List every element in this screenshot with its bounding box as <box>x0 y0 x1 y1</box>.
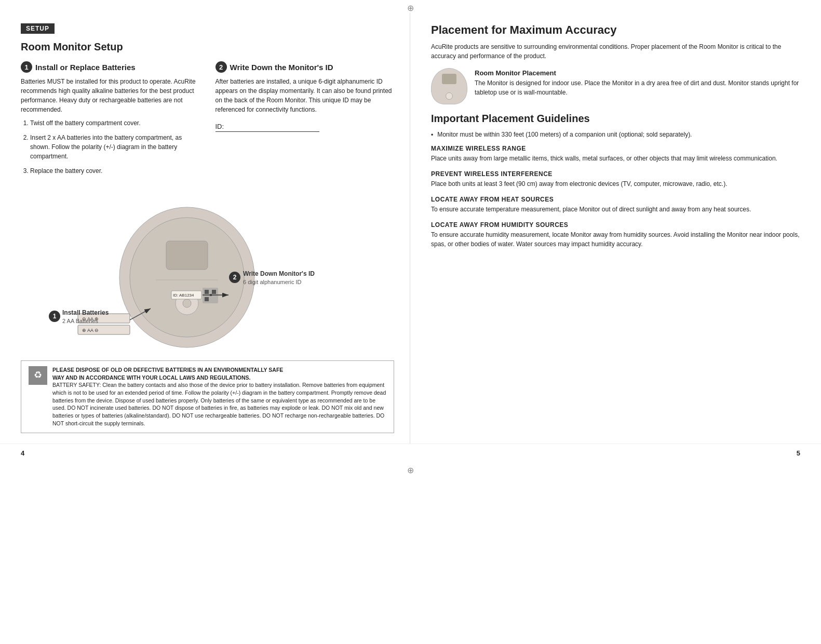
thumb-knob <box>446 92 453 100</box>
svg-rect-9 <box>205 297 209 301</box>
bullet-item: • Monitor must be within 330 feet (100 m… <box>431 130 805 140</box>
battery-safety-text: BATTERY SAFETY: Clean the battery contac… <box>52 381 386 427</box>
page-numbers: 4 5 <box>0 444 821 462</box>
svg-text:Install Batteries: Install Batteries <box>62 309 109 316</box>
setup-badge: SETUP <box>21 23 55 34</box>
guidelines-title: Important Placement Guidelines <box>431 113 805 125</box>
guideline-title-0: MAXIMIZE WIRELESS RANGE <box>431 145 805 152</box>
id-line: ID: <box>216 123 319 132</box>
svg-text:2 AA Batteries: 2 AA Batteries <box>62 318 99 324</box>
left-column: SETUP Room Monitor Setup 1 Install or Re… <box>0 13 410 444</box>
right-column: Placement for Maximum Accuracy AcuRite p… <box>410 13 821 444</box>
step-2-section: 2 Write Down the Monitor's ID After batt… <box>216 61 395 181</box>
placement-box: Room Monitor Placement The Monitor is de… <box>431 68 805 104</box>
step-2-circle: 2 <box>216 61 227 73</box>
step-1-title: Install or Replace Batteries <box>35 63 136 72</box>
guideline-item-2: LOCATE AWAY FROM HEAT SOURCES To ensure … <box>431 196 805 214</box>
battery-notice-bold2: WAY AND IN ACCORDANCE WITH YOUR LOCAL LA… <box>52 374 251 381</box>
step-1-section: 1 Install or Replace Batteries Batteries… <box>21 61 200 181</box>
step-2-header: 2 Write Down the Monitor's ID <box>216 61 395 73</box>
guideline-text-2: To ensure accurate temperature measureme… <box>431 205 805 214</box>
thumb-screen <box>442 74 456 84</box>
right-intro: AcuRite products are sensitive to surrou… <box>431 42 805 61</box>
guideline-text-3: To ensure accurate humidity measurement,… <box>431 230 805 249</box>
guideline-title-1: PREVENT WIRELESS INTERFERENCE <box>431 170 805 178</box>
battery-notice-bold1: PLEASE DISPOSE OF OLD OR DEFECTIVE BATTE… <box>52 367 283 373</box>
illustration-area: ID: AB1234 2 Write Down Monitor's ID 6 d… <box>21 189 394 355</box>
steps-container: 1 Install or Replace Batteries Batteries… <box>21 61 394 181</box>
svg-text:1: 1 <box>52 313 56 320</box>
guideline-title-2: LOCATE AWAY FROM HEAT SOURCES <box>431 196 805 203</box>
right-main-title: Placement for Maximum Accuracy <box>431 23 805 37</box>
placement-body: The Monitor is designed for indoor use. … <box>475 79 799 96</box>
step-1-list-item: Twist off the battery compartment cover. <box>30 118 200 128</box>
svg-point-4 <box>183 299 191 307</box>
step-1-header: 1 Install or Replace Batteries <box>21 61 200 73</box>
guideline-item-1: PREVENT WIRELESS INTERFERENCE Place both… <box>431 170 805 189</box>
guideline-title-3: LOCATE AWAY FROM HUMIDITY SOURCES <box>431 221 805 229</box>
id-label: ID: <box>216 123 224 130</box>
svg-text:2: 2 <box>233 274 236 281</box>
recycle-icon: ♻ <box>29 366 47 385</box>
battery-notice: ♻ PLEASE DISPOSE OF OLD OR DEFECTIVE BAT… <box>21 360 394 433</box>
placement-text-block: Room Monitor Placement The Monitor is de… <box>475 68 805 97</box>
svg-text:Write Down Monitor's ID: Write Down Monitor's ID <box>243 270 315 277</box>
illustration-svg: ID: AB1234 2 Write Down Monitor's ID 6 d… <box>26 189 389 355</box>
placement-subtitle: Room Monitor Placement <box>475 69 556 77</box>
guideline-text-1: Place both units at least 3 feet (90 cm)… <box>431 179 805 189</box>
compass-top-decoration: ⊕ <box>0 0 821 13</box>
svg-rect-2 <box>166 241 208 270</box>
compass-bottom-decoration: ⊕ <box>0 462 821 478</box>
guidelines-section: Important Placement Guidelines • Monitor… <box>431 113 805 249</box>
svg-text:6 digit alphanumeric ID: 6 digit alphanumeric ID <box>243 279 302 285</box>
page-number-left: 4 <box>21 449 24 457</box>
device-thumbnail <box>431 68 467 104</box>
step-1-list-item: Insert 2 x AA batteries into the battery… <box>30 133 200 161</box>
svg-point-1 <box>130 218 244 337</box>
svg-text:ID: AB1234: ID: AB1234 <box>173 293 194 298</box>
svg-rect-8 <box>212 290 216 294</box>
step-1-circle: 1 <box>21 61 32 73</box>
guideline-item-0: MAXIMIZE WIRELESS RANGE Place units away… <box>431 145 805 163</box>
battery-notice-text: PLEASE DISPOSE OF OLD OR DEFECTIVE BATTE… <box>52 366 386 427</box>
section-title: Room Monitor Setup <box>21 41 394 53</box>
compass-icon-top: ⊕ <box>407 4 414 12</box>
page-number-right: 5 <box>797 449 800 457</box>
step-1-list: Twist off the battery compartment cover.… <box>30 118 200 176</box>
bullet-dot: • <box>431 130 433 140</box>
step-2-title: Write Down the Monitor's ID <box>230 63 333 72</box>
step-1-list-item: Replace the battery cover. <box>30 166 200 176</box>
step-2-body: After batteries are installed, a unique … <box>216 77 395 114</box>
svg-text:⊕  AA  ⊖: ⊕ AA ⊖ <box>82 328 99 333</box>
guideline-text-0: Place units away from large metallic ite… <box>431 154 805 163</box>
svg-rect-7 <box>205 290 209 294</box>
guideline-item-3: LOCATE AWAY FROM HUMIDITY SOURCES To ens… <box>431 221 805 249</box>
compass-icon-bottom: ⊕ <box>407 466 414 475</box>
step-1-body: Batteries MUST be installed for this pro… <box>21 77 200 114</box>
bullet-text: Monitor must be within 330 feet (100 met… <box>437 130 692 140</box>
